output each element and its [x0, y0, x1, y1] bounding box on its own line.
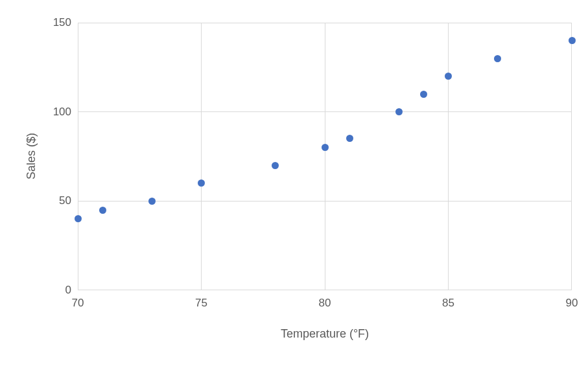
- data-point: [569, 37, 576, 44]
- x-tick-label: 70: [65, 297, 91, 310]
- data-point: [322, 144, 329, 151]
- data-point: [99, 207, 106, 214]
- data-point: [75, 215, 82, 222]
- y-tick-label: 100: [32, 106, 71, 119]
- data-point: [148, 198, 156, 205]
- x-tick-label: 75: [189, 297, 215, 310]
- y-tick-label: 0: [32, 284, 71, 297]
- data-point: [395, 108, 403, 115]
- gridline-v: [201, 23, 202, 290]
- gridline-v: [325, 23, 325, 290]
- scatter-chart: 050100150 7075808590 Sales ($) Temperatu…: [0, 0, 588, 368]
- x-tick-label: 85: [436, 297, 462, 310]
- y-axis-label: Sales ($): [25, 133, 38, 179]
- data-point: [272, 162, 279, 169]
- gridline-v: [448, 23, 449, 290]
- data-point: [420, 91, 427, 98]
- y-tick-label: 150: [32, 16, 71, 29]
- data-point: [494, 55, 501, 62]
- x-tick-label: 90: [559, 297, 585, 310]
- y-tick-label: 50: [32, 194, 71, 207]
- x-axis-label: Temperature (°F): [281, 327, 369, 341]
- x-tick-label: 80: [312, 297, 338, 310]
